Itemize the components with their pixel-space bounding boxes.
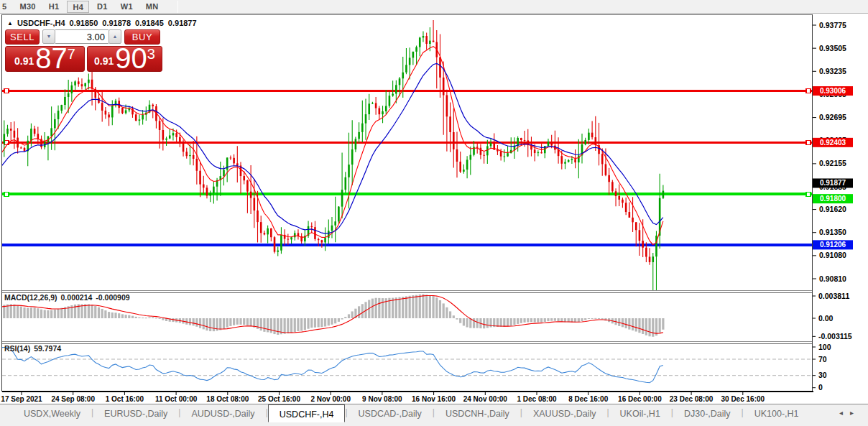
rsi-name: RSI(14) — [4, 344, 30, 353]
svg-text:0.92403: 0.92403 — [820, 139, 846, 147]
price-axis: 0.937750.935050.932350.929650.926950.924… — [813, 21, 852, 392]
tab-usdchf-h4[interactable]: USDCHF-,H4 — [268, 404, 346, 422]
svg-text:16 Nov 16:00: 16 Nov 16:00 — [412, 395, 456, 403]
sell-price-pip: 7 — [68, 47, 75, 61]
svg-text:0.003811: 0.003811 — [818, 292, 849, 300]
svg-text:0.91350: 0.91350 — [819, 228, 846, 236]
tab-dj30-daily[interactable]: DJ30-,Daily — [673, 404, 742, 422]
rsi-indicator-label: RSI(14) 59.7974 — [4, 344, 61, 353]
svg-text:0.91877: 0.91877 — [820, 179, 846, 187]
volume-input[interactable] — [55, 29, 108, 44]
sell-price-prefix: 0.91 — [14, 55, 34, 67]
svg-text:0.93006: 0.93006 — [820, 87, 846, 95]
tab-usdx-weekly[interactable]: USDX,Weekly — [13, 404, 91, 422]
mt4-terminal: 0.937750.935050.932350.929650.926950.924… — [0, 0, 868, 426]
triangle-up-icon: ▲ — [113, 34, 118, 39]
rsi-value: 59.7974 — [34, 344, 61, 353]
tab-ukoil-h1[interactable]: UKOil-,H1 — [609, 404, 671, 422]
timeframe-button-d1[interactable]: D1 — [92, 1, 113, 13]
svg-text:1 Dec 08:00: 1 Dec 08:00 — [517, 395, 556, 403]
tab-scroll-arrows: ◂ ▸ — [839, 409, 854, 417]
macd-indicator-label: MACD(12,26,9) 0.000214 -0.000909 — [4, 293, 130, 302]
ohlc-high: 0.91878 — [102, 19, 131, 27]
svg-text:24 Nov 00:00: 24 Nov 00:00 — [463, 395, 508, 403]
svg-text:0.93505: 0.93505 — [819, 44, 846, 52]
symbol-tab-bar: USDX,Weekly|EURUSD-,Daily|AUDUSD-,Daily|… — [0, 404, 868, 426]
buy-price-prefix: 0.91 — [94, 55, 114, 67]
tab-usdcnh-daily[interactable]: USDCNH-,Daily — [435, 404, 520, 422]
svg-text:1 Oct 16:00: 1 Oct 16:00 — [106, 395, 144, 403]
svg-text:0.91620: 0.91620 — [819, 205, 846, 213]
macd-main-value: 0.000214 — [61, 293, 93, 302]
svg-text:24 Sep 08:00: 24 Sep 08:00 — [51, 395, 95, 403]
svg-text:70: 70 — [818, 355, 827, 364]
svg-text:0.00: 0.00 — [818, 314, 834, 323]
timeframe-button-h4[interactable]: H4 — [67, 1, 89, 13]
buy-price-pip: 3 — [147, 47, 155, 61]
svg-text:30 Dec 16:00: 30 Dec 16:00 — [721, 395, 765, 403]
one-click-trading-panel: SELL ▼ ▲ BUY 0.91877 0.91903 — [5, 29, 162, 72]
svg-text:2 Nov 00:00: 2 Nov 00:00 — [310, 395, 351, 403]
svg-text:0.93235: 0.93235 — [819, 67, 846, 75]
timeframe-button-h1[interactable]: H1 — [44, 1, 65, 13]
timeframe-button-w1[interactable]: W1 — [116, 1, 138, 13]
svg-text:0.91800: 0.91800 — [820, 195, 846, 203]
svg-text:0.90810: 0.90810 — [819, 274, 846, 283]
chart-header: ▲ USDCHF-,H4 0.91850 0.91878 0.91845 0.9… — [7, 19, 197, 27]
macd-signal-value: -0.000909 — [96, 293, 129, 302]
tab-xauusd-daily[interactable]: XAUUSD-,Daily — [522, 404, 607, 422]
ohlc-low: 0.91845 — [135, 19, 164, 27]
svg-text:0: 0 — [818, 383, 823, 392]
buy-price-main: 90 — [115, 47, 147, 70]
tab-eurusd-daily[interactable]: EURUSD-,Daily — [93, 404, 178, 422]
triangle-down-icon: ▼ — [47, 34, 52, 39]
svg-text:18 Oct 08:00: 18 Oct 08:00 — [206, 395, 249, 403]
collapse-panel-icon[interactable]: ▲ — [7, 20, 13, 27]
toolbar-separator — [177, 1, 178, 13]
timeframe-button-group: 5M30H1H4D1W1MN — [0, 0, 165, 14]
svg-text:0.92695: 0.92695 — [819, 113, 846, 121]
symbol-period-label: USDCHF-,H4 — [17, 19, 65, 27]
svg-text:11 Oct 00:00: 11 Oct 00:00 — [155, 395, 198, 403]
tab-scroll-right-icon[interactable]: ▸ — [850, 409, 854, 417]
macd-name: MACD(12,26,9) — [4, 293, 57, 302]
timeframe-button-m30[interactable]: M30 — [14, 1, 40, 13]
tab-audusd-daily[interactable]: AUDUSD-,Daily — [180, 404, 265, 422]
svg-text:100: 100 — [818, 343, 831, 351]
symbol-tabs: USDX,Weekly|EURUSD-,Daily|AUDUSD-,Daily|… — [0, 404, 868, 422]
svg-text:25 Oct 16:00: 25 Oct 16:00 — [258, 395, 300, 403]
sell-button[interactable]: SELL — [5, 29, 40, 45]
tab-usdcad-daily[interactable]: USDCAD-,Daily — [348, 404, 433, 422]
svg-text:-0.003115: -0.003115 — [818, 332, 852, 341]
rsi-panel-plot — [0, 347, 812, 382]
volume-increase-button[interactable]: ▲ — [108, 29, 121, 44]
ohlc-open: 0.91850 — [70, 19, 98, 27]
tab-scroll-left-icon[interactable]: ◂ — [839, 409, 843, 417]
timeframe-toolbar: 5M30H1H4D1W1MN — [0, 0, 868, 14]
buy-price-display[interactable]: 0.91903 — [87, 46, 162, 72]
svg-text:8 Dec 16:00: 8 Dec 16:00 — [568, 395, 608, 403]
svg-text:23 Dec 08:00: 23 Dec 08:00 — [670, 395, 714, 403]
svg-text:0.91206: 0.91206 — [820, 241, 846, 249]
price-axis-badges: 0.930060.924030.918770.918000.91206 — [813, 86, 853, 249]
tab-uk100-h1[interactable]: UK100-,H1 — [744, 404, 810, 422]
sell-price-main: 87 — [35, 47, 68, 70]
svg-text:0.91080: 0.91080 — [819, 251, 846, 259]
sell-price-display[interactable]: 0.91877 — [5, 46, 85, 72]
svg-text:30: 30 — [818, 371, 827, 379]
svg-text:9 Nov 08:00: 9 Nov 08:00 — [362, 395, 402, 403]
svg-text:0.92155: 0.92155 — [819, 159, 846, 167]
svg-text:0.93775: 0.93775 — [819, 21, 846, 29]
svg-text:16 Dec 00:00: 16 Dec 00:00 — [618, 395, 662, 403]
volume-decrease-button[interactable]: ▼ — [42, 29, 55, 44]
timeframe-button-mn[interactable]: MN — [141, 1, 164, 13]
svg-text:17 Sep 2021: 17 Sep 2021 — [1, 395, 42, 403]
horizontal-level-lines[interactable] — [2, 89, 812, 245]
ohlc-close: 0.91877 — [168, 19, 197, 27]
trade-price-row: 0.91877 0.91903 — [5, 46, 162, 72]
timeframe-button-5[interactable]: 5 — [0, 1, 11, 13]
time-axis: 17 Sep 202124 Sep 08:001 Oct 16:0011 Oct… — [1, 392, 765, 403]
